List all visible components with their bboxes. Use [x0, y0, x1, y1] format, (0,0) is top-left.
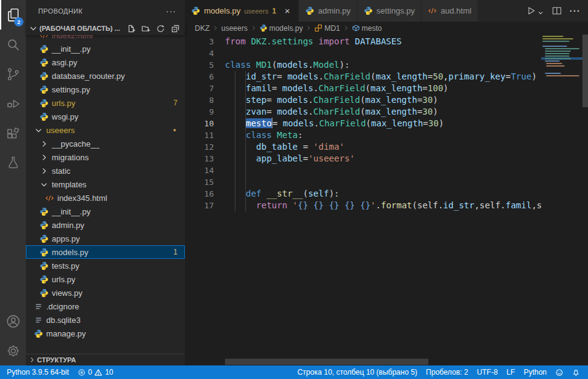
status-problems[interactable]: 010 [73, 365, 118, 379]
workspace-section-header[interactable]: (РАБОЧАЯ ОБЛАСТЬ) ... [26, 22, 185, 35]
activity-explorer-icon[interactable]: 2 [0, 0, 26, 30]
explorer-title: ПРОВОДНИК [38, 7, 83, 15]
status-eol[interactable]: LF [502, 365, 520, 379]
tree-item-models-py[interactable]: models.py1 [26, 245, 185, 259]
tree-item-admin-py[interactable]: admin.py [26, 218, 185, 232]
activity-testing-icon[interactable] [0, 148, 26, 177]
line-number: 17 [185, 200, 214, 211]
status-feedback[interactable] [551, 365, 568, 379]
code-line-9[interactable]: 9 zvan= models.CharField(max_length=30) [185, 106, 541, 118]
more-icon[interactable]: ··· [570, 6, 581, 16]
editor-actions: ··· [518, 0, 588, 22]
breadcrumb-useeers[interactable]: useeers [221, 24, 248, 33]
tab-models-py[interactable]: models.pyuseeers1× [185, 0, 299, 22]
vscode-window: 2 ПРОВОДНИК ··· (РАБОЧАЯ ОБЛАСТЬ) ... in… [0, 0, 588, 379]
tree-item--init-py[interactable]: __init__.py [26, 205, 185, 218]
close-icon[interactable]: × [282, 6, 292, 16]
py-file-icon [33, 329, 44, 338]
more-actions-icon[interactable]: ··· [163, 6, 179, 16]
code-line-14[interactable]: 14 [185, 165, 541, 176]
tab-admin-py[interactable]: admin.py [299, 0, 357, 22]
tree-item-urls-py[interactable]: urls.py [26, 272, 185, 286]
code-line-10[interactable]: 10 mesto= models.CharField(max_length=30… [185, 118, 541, 129]
tree-item-asgi-py[interactable]: asgi.py [26, 55, 185, 69]
tree-item-wsgi-py[interactable]: wsgi.py [26, 110, 185, 123]
breadcrumb-dkz[interactable]: DKZ [195, 24, 210, 33]
status-python-interpreter[interactable]: Python 3.9.5 64-bit [2, 365, 73, 379]
breadcrumb-models-py[interactable]: models.py [259, 24, 303, 33]
run-icon[interactable] [526, 6, 544, 16]
code-line-5[interactable]: 5class MD1(models.Model): [185, 59, 541, 71]
code-line-16[interactable]: 16 def __str__(self): [185, 188, 541, 200]
chevron-right-icon [39, 139, 49, 149]
code-line-4[interactable]: 4 [185, 47, 541, 59]
status-indentation[interactable]: Пробелов: 2 [422, 365, 473, 379]
vertical-scrollbar[interactable] [582, 35, 588, 365]
tree-item-label: __init__.py [52, 207, 91, 216]
tree-folder-templates[interactable]: templates [26, 177, 185, 191]
explorer-sidebar: ПРОВОДНИК ··· (РАБОЧАЯ ОБЛАСТЬ) ... inde… [26, 0, 185, 365]
tab-problems-badge: 1 [272, 7, 276, 15]
activity-run-debug-icon[interactable] [0, 89, 26, 118]
tree-item-label: manage.py [46, 329, 86, 338]
vertical-scrollbar-slider[interactable] [582, 35, 588, 107]
tree-item-database-roouter-py[interactable]: database_roouter.py [26, 69, 185, 83]
tab-aud-html[interactable]: aud.html [422, 0, 478, 22]
tree-item--init-py[interactable]: __init__.py [26, 42, 185, 55]
refresh-icon[interactable] [154, 22, 166, 35]
feedback-icon [555, 369, 563, 377]
editor[interactable]: 3from DKZ.settings import DATABASES45cla… [185, 35, 588, 365]
tree-item-settings-py[interactable]: settings.py [26, 83, 185, 96]
tree-item-tests-py[interactable]: tests.py [26, 259, 185, 272]
horizontal-scrollbar[interactable] [225, 359, 428, 365]
indent-guide [245, 165, 246, 176]
code-line-8[interactable]: 8 step= models.CharField(max_length=30) [185, 94, 541, 106]
code-line-15[interactable]: 15 [185, 176, 541, 188]
tree-folder-migrations[interactable]: migrations [26, 150, 185, 164]
collapse-all-icon[interactable] [169, 22, 181, 35]
code-line-text: zvan= models.CharField(max_length=30) [225, 106, 438, 118]
status-encoding[interactable]: UTF-8 [473, 365, 502, 379]
settings-icon[interactable] [0, 336, 26, 365]
tab-settings-py[interactable]: settings.py [357, 0, 422, 22]
tree-item-views-py[interactable]: views.py [26, 286, 185, 300]
tree-item-db-sqlite3[interactable]: db.sqlite3 [26, 313, 185, 327]
new-file-icon[interactable] [125, 22, 137, 35]
code-line-12[interactable]: 12 db_table = 'dima' [185, 141, 541, 153]
tree-item-label: useeers [46, 126, 75, 135]
code-line-17[interactable]: 17 return '{} {} {} {} {}'.format(self.i… [185, 200, 541, 211]
tree-folder-useeers[interactable]: useeers● [26, 123, 185, 137]
tree-item-manage-py[interactable]: manage.py [26, 327, 185, 340]
activity-source-control-icon[interactable] [0, 59, 26, 89]
warning-count: 10 [105, 368, 113, 377]
status-language-mode[interactable]: Python [520, 365, 551, 379]
breadcrumb-mesto[interactable]: mesto [352, 24, 382, 33]
tree-folder-static[interactable]: static [26, 164, 185, 177]
status-cursor-position[interactable]: Строка 10, столбец 10 (выбрано 5) [293, 365, 422, 379]
code-line-7[interactable]: 7 famil= models.CharField(max_length=100… [185, 83, 541, 94]
outline-section-header[interactable]: СТРУКТУРА [26, 354, 185, 365]
account-icon[interactable] [0, 306, 26, 336]
activity-search-icon[interactable] [0, 30, 26, 59]
new-folder-icon[interactable] [139, 22, 152, 35]
class-icon [314, 24, 322, 32]
tree-item--dcignore[interactable]: .dcignore [26, 300, 185, 313]
code-line-13[interactable]: 13 app_label='useeers' [185, 153, 541, 165]
error-count: 0 [88, 368, 92, 377]
code-area[interactable]: 3from DKZ.settings import DATABASES45cla… [185, 35, 541, 365]
minimap[interactable] [541, 35, 582, 365]
tree-item-apps-py[interactable]: apps.py [26, 232, 185, 245]
code-line-11[interactable]: 11 class Meta: [185, 129, 541, 141]
tree-item-label: urls.py [52, 99, 75, 108]
tree-item-index345-html[interactable]: index345.html [26, 191, 185, 205]
line-number: 13 [185, 153, 214, 165]
tree-item-urls-py[interactable]: urls.py7 [26, 96, 185, 110]
code-line-3[interactable]: 3from DKZ.settings import DATABASES [185, 36, 541, 47]
tree-folder--pycache-[interactable]: __pycache__ [26, 137, 185, 150]
status-notifications[interactable] [568, 365, 584, 379]
split-editor-icon[interactable] [552, 6, 562, 16]
code-line-6[interactable]: 6 id_str= models.CharField(max_length=50… [185, 71, 541, 83]
tree-item-index2-html[interactable]: index2.html [26, 35, 185, 42]
breadcrumb-md1[interactable]: MD1 [314, 24, 340, 33]
activity-extensions-icon[interactable] [0, 118, 26, 148]
